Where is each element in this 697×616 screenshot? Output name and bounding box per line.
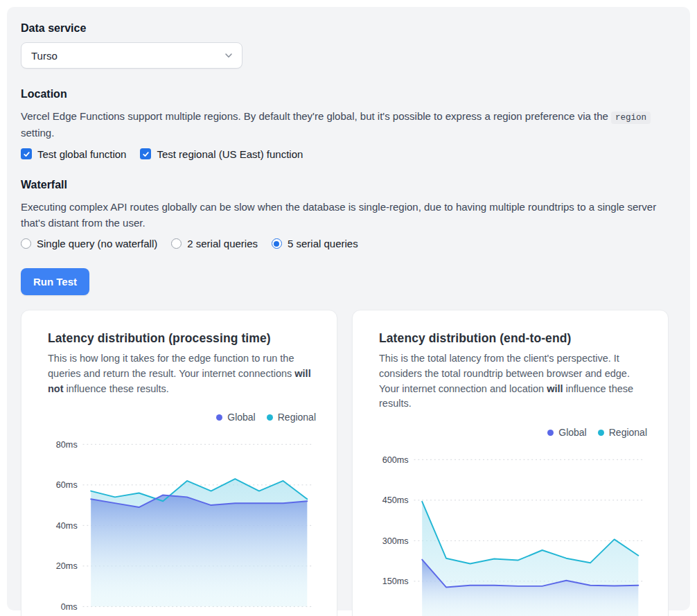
latency-end-to-end-chart: 0ms150ms300ms450ms600ms#1#2#3#4#5#6#7#8#… [373, 441, 647, 616]
legend-label: Global [558, 427, 586, 438]
svg-text:80ms: 80ms [56, 440, 78, 450]
data-service-heading: Data service [21, 22, 676, 35]
waterfall-description: Executing complex API routes globally ca… [21, 199, 676, 231]
svg-text:450ms: 450ms [382, 495, 409, 505]
radio-unselected-icon [21, 238, 31, 249]
legend-item-regional: Regional [267, 412, 316, 423]
data-service-selected-value: Turso [31, 50, 58, 62]
checkbox-test-regional[interactable]: Test regional (US East) function [140, 148, 303, 160]
legend-label: Regional [609, 427, 647, 438]
waterfall-radio-row: Single query (no waterfall) 2 serial que… [21, 238, 676, 249]
svg-text:0ms: 0ms [61, 602, 78, 612]
radio-selected-icon [272, 238, 282, 249]
regional-series-dot-icon [267, 414, 273, 421]
global-series-dot-icon [216, 414, 222, 421]
data-service-select[interactable]: Turso [21, 42, 242, 69]
svg-text:150ms: 150ms [382, 577, 409, 586]
location-checkbox-row: Test global function Test regional (US E… [21, 148, 676, 160]
checkbox-checked-icon [140, 148, 151, 159]
card-latency-processing: Latency distribution (processing time) T… [21, 310, 337, 616]
radio-label: 2 serial queries [187, 238, 258, 249]
latency-processing-chart: 0ms20ms40ms60ms80ms#1#2#3#4#5#6#7#8#9#10 [42, 425, 316, 616]
radio-label: 5 serial queries [288, 238, 358, 249]
svg-text:20ms: 20ms [56, 562, 78, 572]
radio-label: Single query (no waterfall) [37, 238, 157, 249]
legend-item-regional: Regional [598, 427, 647, 438]
location-heading: Location [21, 88, 676, 100]
radio-2-serial-queries[interactable]: 2 serial queries [171, 238, 258, 249]
radio-5-serial-queries[interactable]: 5 serial queries [272, 238, 358, 249]
legend-item-global: Global [216, 412, 255, 423]
radio-single-query[interactable]: Single query (no waterfall) [21, 238, 157, 249]
legend-label: Global [227, 412, 255, 423]
svg-text:60ms: 60ms [56, 481, 78, 491]
legend-label: Regional [278, 412, 316, 423]
location-description: Vercel Edge Functions support multiple r… [21, 108, 676, 141]
chevron-down-icon [224, 51, 233, 60]
global-series-dot-icon [547, 430, 554, 436]
waterfall-heading: Waterfall [21, 179, 676, 191]
settings-panel: Data service Turso Location Vercel Edge … [7, 7, 690, 610]
checkbox-test-global[interactable]: Test global function [21, 148, 126, 160]
radio-unselected-icon [171, 238, 182, 249]
svg-text:40ms: 40ms [56, 521, 78, 531]
chart-legend: Global Regional [373, 427, 647, 438]
chart-legend: Global Regional [42, 412, 316, 423]
chart-description: This is how long it takes for the edge f… [48, 351, 316, 396]
regional-series-dot-icon [598, 430, 604, 436]
chart-title: Latency distribution (end-to-end) [379, 331, 647, 346]
checkbox-label: Test global function [37, 148, 126, 160]
region-code-chip: region [611, 112, 651, 124]
chart-title: Latency distribution (processing time) [48, 331, 316, 346]
chart-description: This is the total latency from the clien… [379, 351, 647, 412]
svg-text:300ms: 300ms [382, 536, 409, 546]
charts-row: Latency distribution (processing time) T… [21, 310, 676, 616]
card-latency-end-to-end: Latency distribution (end-to-end) This i… [352, 310, 669, 616]
run-test-button[interactable]: Run Test [21, 268, 89, 295]
checkbox-checked-icon [21, 148, 32, 159]
checkbox-label: Test regional (US East) function [157, 148, 303, 160]
legend-item-global: Global [547, 427, 586, 438]
svg-text:600ms: 600ms [382, 455, 409, 465]
